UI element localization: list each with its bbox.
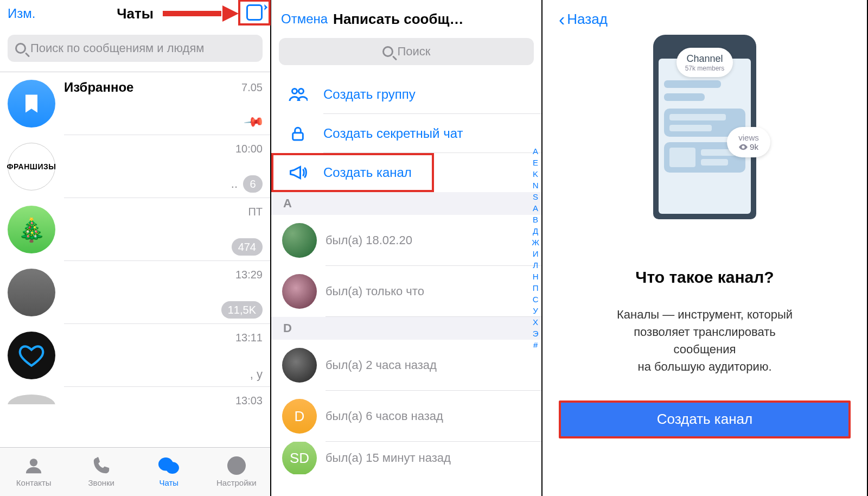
chat-row[interactable]: 🎄 ПТ 474 (0, 198, 270, 261)
chat-time: 10:00 (235, 143, 263, 155)
chat-row[interactable]: 13:03 (0, 387, 270, 404)
index-letter[interactable]: Ж (532, 238, 539, 247)
chat-row[interactable]: 13:29 11,5K (0, 261, 270, 324)
search-placeholder: Поиск (398, 44, 431, 59)
action-label: Создать секретный чат (323, 126, 463, 141)
avatar: ФРАНШИЗЫ (8, 143, 55, 190)
svg-point-0 (30, 459, 37, 466)
action-create-secret-chat[interactable]: Создать секретный чат (271, 114, 541, 153)
chat-name: Избранное (64, 80, 241, 95)
action-create-channel[interactable]: Создать канал (271, 153, 434, 192)
tab-chats[interactable]: Чаты (135, 448, 203, 496)
index-letter[interactable]: Х (532, 317, 539, 327)
edit-link[interactable]: Изм. (8, 6, 35, 21)
annotation-arrow (163, 7, 239, 21)
panel-channel-intro: ‹ Назад Channel 57k members vi (542, 0, 868, 496)
index-letter[interactable]: # (532, 340, 539, 349)
new-message-title: Написать сообщ… (333, 11, 463, 28)
index-letter[interactable]: E (532, 158, 539, 167)
chat-row[interactable]: Избранное 7.05 📌 (0, 72, 270, 135)
index-letter[interactable]: А (532, 204, 539, 213)
unread-badge: 6 (243, 175, 263, 193)
avatar (8, 269, 55, 316)
tab-settings[interactable]: Настройки (203, 448, 271, 496)
index-letter[interactable]: N (532, 181, 539, 190)
index-letter[interactable]: Д (532, 226, 539, 236)
chat-time: ПТ (248, 206, 263, 218)
compose-icon[interactable] (246, 4, 263, 21)
avatar-saved-icon (8, 80, 55, 128)
unread-badge: 11,5K (221, 301, 263, 319)
tab-contacts[interactable]: Контакты (0, 448, 68, 496)
chat-preview: .. (231, 177, 238, 191)
action-list: Создать группу Создать секретный чат Соз… (271, 75, 541, 192)
contact-status: был(а) 6 часов назад (326, 409, 443, 423)
chat-list: Избранное 7.05 📌 ФРАНШИЗЫ 10:00 .. 6 (0, 72, 270, 447)
search-icon (15, 43, 26, 54)
index-letter[interactable]: С (532, 295, 539, 304)
action-create-group[interactable]: Создать группу (271, 75, 541, 114)
index-letter[interactable]: Н (532, 272, 539, 281)
chevron-left-icon: ‹ (559, 10, 565, 28)
contact-row[interactable]: был(а) только что (271, 266, 541, 317)
index-letter[interactable]: В (532, 215, 539, 224)
avatar (282, 348, 317, 383)
unread-badge: 474 (232, 238, 263, 256)
index-letter[interactable]: Э (532, 329, 539, 338)
new-message-search[interactable]: Поиск (279, 38, 534, 65)
avatar (282, 223, 317, 258)
compose-button-highlight (238, 0, 271, 26)
search-placeholder: Поиск по сообщениям и людям (30, 41, 204, 55)
index-letter[interactable]: И (532, 249, 539, 258)
index-letter[interactable]: S (532, 192, 539, 201)
avatar (282, 274, 317, 309)
chat-preview: , у (250, 367, 263, 381)
avatar: D (282, 399, 317, 434)
search-icon (382, 46, 393, 57)
pin-icon: 📌 (244, 111, 266, 133)
chats-icon (158, 456, 179, 475)
avatar (8, 395, 55, 404)
index-letter[interactable]: П (532, 283, 539, 292)
contact-status: был(а) 18.02.20 (326, 233, 412, 247)
eye-icon (739, 144, 748, 150)
avatar: SD (282, 442, 317, 474)
index-letter[interactable]: У (532, 306, 539, 315)
alpha-index[interactable]: AEKNSАВДЖИЛНПСУХЭ# (532, 147, 539, 349)
back-button[interactable]: ‹ Назад (559, 0, 608, 38)
chat-row[interactable]: 13:11 , у (0, 324, 270, 387)
megaphone-icon (286, 163, 309, 182)
section-header-d: D (271, 317, 541, 340)
group-icon (286, 85, 309, 104)
contact-row[interactable]: был(а) 2 часа назад (271, 340, 541, 391)
panel-chats: Изм. Чаты Поиск по сообщениям и людям Из… (0, 0, 271, 496)
avatar (8, 332, 55, 379)
index-letter[interactable]: Л (532, 260, 539, 270)
chat-time: 13:11 (235, 332, 263, 344)
contact-status: был(а) только что (326, 284, 424, 298)
svg-point-4 (299, 89, 304, 94)
svg-rect-5 (293, 133, 303, 140)
contact-row[interactable]: SD был(а) 15 минут назад (271, 442, 541, 474)
chat-row[interactable]: ФРАНШИЗЫ 10:00 .. 6 (0, 135, 270, 198)
action-label: Создать группу (323, 87, 416, 102)
badge-views: views 9k (727, 127, 770, 157)
cancel-button[interactable]: Отмена (281, 11, 328, 27)
action-label: Создать канал (323, 165, 412, 180)
new-message-header: Отмена Написать сообщ… (271, 0, 541, 38)
contact-row[interactable]: был(а) 18.02.20 (271, 215, 541, 266)
tab-calls[interactable]: Звонки (68, 448, 136, 496)
channel-heading: Что такое канал? (635, 268, 774, 287)
chats-header: Изм. Чаты (0, 0, 270, 27)
panel-new-message: Отмена Написать сообщ… Поиск Создать гру… (271, 0, 542, 496)
gear-icon (227, 456, 246, 475)
tab-bar: Контакты Звонки Чаты Настройки (0, 447, 270, 496)
chats-search[interactable]: Поиск по сообщениям и людям (8, 35, 263, 62)
svg-point-3 (292, 89, 297, 94)
index-letter[interactable]: K (532, 169, 539, 179)
index-letter[interactable]: A (532, 147, 539, 156)
chat-time: 13:03 (235, 395, 263, 404)
channel-description: Каналы — инструмент, который позволяет т… (617, 306, 793, 376)
contact-row[interactable]: D был(а) 6 часов назад (271, 391, 541, 442)
create-channel-button[interactable]: Создать канал (559, 400, 851, 438)
